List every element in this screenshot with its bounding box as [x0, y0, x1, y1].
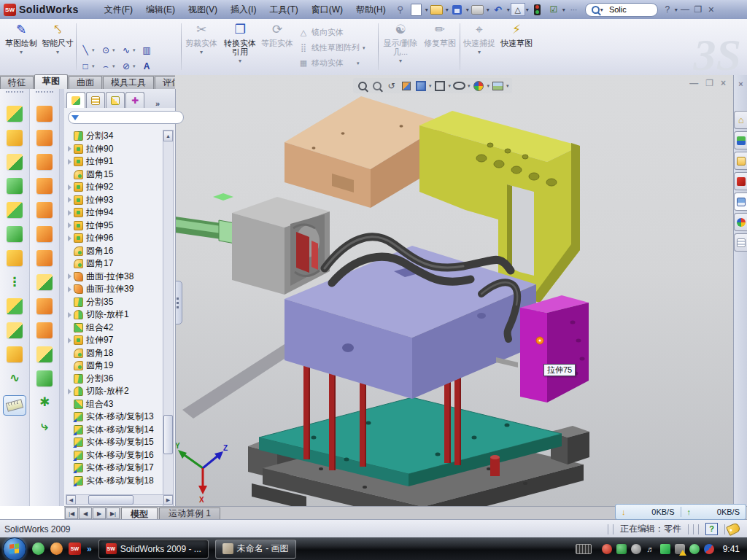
planar-surface-icon[interactable] [36, 250, 53, 266]
shell-feature-icon[interactable] [7, 226, 23, 242]
tree-horizontal-scrollbar[interactable]: ◀ ▶ [66, 494, 174, 505]
knit-surface-icon[interactable] [36, 322, 53, 338]
new-dropdown-icon[interactable]: ▾ [425, 7, 428, 13]
save-document-icon[interactable] [450, 3, 465, 16]
split-feature-icon[interactable] [7, 298, 23, 314]
line-tool-icon[interactable]: ╲ [79, 45, 92, 55]
menu-help[interactable]: 帮助(H) [349, 1, 392, 18]
view-orientation-dropdown-icon[interactable]: ▾ [429, 83, 432, 89]
wrap-feature-icon[interactable] [7, 250, 23, 266]
configuration-manager-tab[interactable] [106, 92, 125, 108]
tree-item[interactable]: 拉伸90 [66, 143, 165, 156]
tree-item[interactable]: 实体-移动/复制15 [66, 436, 165, 449]
tree-item[interactable]: 圆角16 [66, 245, 165, 258]
edit-appearance-icon[interactable] [473, 79, 485, 92]
tree-item[interactable]: 圆角15 [66, 168, 165, 182]
print-dropdown-icon[interactable]: ▾ [487, 7, 489, 13]
tree-item[interactable]: 实体-移动/复制17 [66, 462, 165, 475]
open-dropdown-icon[interactable]: ▾ [446, 7, 449, 13]
help-icon[interactable]: ? [661, 4, 674, 15]
revolved-surface-icon[interactable] [36, 130, 53, 146]
hide-show-dropdown-icon[interactable]: ▾ [468, 83, 471, 89]
sketch-button[interactable]: ✎ 草图绘制▾ [4, 22, 38, 57]
tree-item[interactable]: 拉伸91 [66, 155, 165, 168]
display-style-dropdown-icon[interactable]: ▾ [449, 83, 452, 89]
search-dropdown-icon[interactable]: ▾ [600, 7, 603, 13]
model-tab[interactable]: 模型 [121, 508, 158, 520]
undo-icon[interactable]: ↶ [491, 3, 506, 16]
tree-item[interactable]: 曲面-拉伸38 [66, 271, 165, 284]
doc-minimize-button[interactable]: — [689, 78, 698, 88]
fillet-feature-icon[interactable] [7, 154, 23, 170]
tray-sync-ball-icon[interactable] [704, 544, 714, 554]
offset-surface-icon[interactable] [36, 274, 53, 290]
tray-gear-icon[interactable] [631, 544, 641, 554]
toolbar-grip[interactable] [36, 91, 53, 98]
appearances-tab[interactable] [734, 213, 747, 231]
toolbar-grip[interactable] [6, 91, 23, 98]
instant3d-button-active[interactable] [3, 395, 26, 416]
menu-window[interactable]: 窗口(W) [305, 1, 349, 18]
extruded-boss-icon[interactable] [7, 106, 23, 122]
menu-insert[interactable]: 插入(I) [224, 1, 263, 18]
scroll-right-button[interactable]: ▶ [163, 495, 173, 505]
tree-item[interactable]: 拉伸93 [66, 194, 165, 207]
section-view-icon[interactable] [400, 79, 412, 92]
dimxpert-manager-tab[interactable]: ✚ [125, 92, 144, 108]
motion-study-tab[interactable]: 运动算例 1 [159, 508, 220, 520]
apply-scene-icon[interactable] [492, 79, 504, 92]
quicklaunch-messenger-icon[interactable] [32, 542, 44, 555]
quicklaunch-solidworks-icon[interactable]: SW [69, 542, 81, 555]
tree-item[interactable]: 实体-移动/复制14 [66, 424, 165, 437]
tree-item[interactable]: 实体-移动/复制16 [66, 449, 165, 462]
tree-item[interactable]: 分割34 [66, 130, 165, 143]
undo-dropdown-icon[interactable]: ▾ [507, 7, 510, 13]
zoom-area-icon[interactable] [371, 79, 383, 92]
tree-item[interactable]: 拉伸94 [66, 206, 165, 219]
hide-show-items-icon[interactable] [453, 79, 465, 92]
custom-properties-tab[interactable] [734, 233, 747, 252]
rectangle-tool-icon[interactable]: □ [79, 61, 92, 71]
tree-item[interactable]: 圆角19 [66, 359, 165, 373]
tree-item[interactable]: 组合43 [66, 398, 165, 411]
new-document-icon[interactable] [409, 3, 424, 16]
filter-box[interactable] [68, 111, 184, 124]
tree-item[interactable]: 拉伸95 [66, 219, 165, 233]
combine-feature-icon[interactable] [7, 322, 23, 338]
options-icon[interactable]: ☑ [546, 3, 561, 16]
tree-item[interactable]: 组合42 [66, 322, 165, 335]
overflow-icon[interactable]: ⋯ [567, 3, 581, 16]
quicklaunch-app-icon[interactable] [50, 542, 63, 555]
tag-icon[interactable] [726, 522, 741, 536]
tree-item[interactable]: 实体-移动/复制13 [66, 411, 165, 424]
menu-tools[interactable]: 工具(T) [263, 1, 304, 18]
lofted-surface-icon[interactable] [36, 178, 53, 194]
tree-item[interactable]: 拉伸97 [66, 334, 165, 347]
menu-edit[interactable]: 编辑(E) [139, 1, 182, 18]
scene-dropdown-icon[interactable]: ▾ [506, 83, 509, 89]
file-explorer-tab[interactable] [734, 152, 747, 170]
view-orientation-icon[interactable] [414, 79, 427, 92]
first-tab-button[interactable]: |◀ [65, 508, 78, 519]
menu-file[interactable]: 文件(F) [98, 1, 139, 18]
scroll-left-button[interactable]: ◀ [66, 495, 76, 505]
task-pane-close-icon[interactable]: × [734, 79, 747, 88]
pattern-feature-icon[interactable]: ⋮ [7, 274, 23, 290]
swept-surface-icon[interactable] [36, 154, 53, 170]
smart-dimension-button[interactable]: ⤣ 智能尺寸▾ [41, 22, 74, 57]
tray-network-warning-icon[interactable] [675, 544, 685, 554]
tree-item[interactable]: 切除-放样1 [66, 308, 165, 322]
filter-input[interactable] [81, 113, 180, 122]
help-dropdown-icon[interactable]: ▾ [675, 7, 678, 13]
arc-tool-icon[interactable]: ⌢ [99, 61, 112, 71]
taskbar-button-paint[interactable]: 未命名 - 画图 [215, 540, 296, 559]
untrim-surface-icon[interactable] [36, 370, 53, 386]
scroll-thumb[interactable] [163, 415, 173, 454]
scroll-up-button[interactable]: ▲ [163, 131, 173, 141]
minimize-button[interactable]: — [678, 4, 692, 15]
trim-surface-icon[interactable] [36, 346, 53, 362]
taskbar-button-solidworks[interactable]: SW SolidWorks 2009 - ... [98, 540, 209, 559]
quicklaunch-overflow-icon[interactable]: » [87, 544, 92, 554]
spiral-curve-icon[interactable]: ⤷ [36, 419, 53, 435]
doc-restore-button[interactable]: ❐ [705, 78, 713, 88]
